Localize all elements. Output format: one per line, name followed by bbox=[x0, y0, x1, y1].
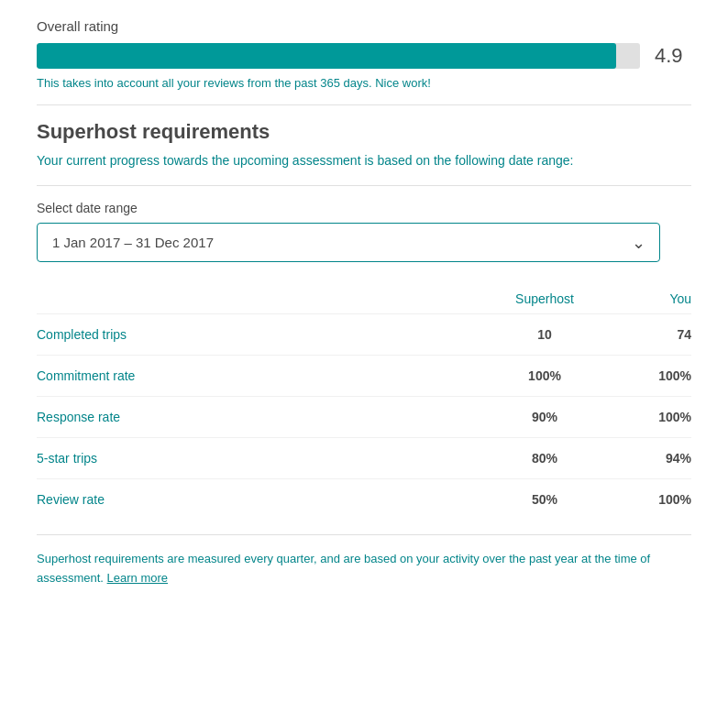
superhost-title: Superhost requirements bbox=[37, 120, 691, 144]
row-superhost-value: 80% bbox=[490, 438, 600, 479]
row-label: Commitment rate bbox=[37, 356, 490, 397]
rating-subtitle: This takes into account all your reviews… bbox=[37, 76, 691, 90]
overall-rating-title: Overall rating bbox=[37, 18, 691, 34]
row-label: Review rate bbox=[37, 479, 490, 521]
rating-bar-fill bbox=[37, 43, 616, 69]
divider-2 bbox=[37, 185, 691, 186]
divider-1 bbox=[37, 104, 691, 105]
row-superhost-value: 10 bbox=[490, 314, 600, 356]
row-label: 5-star trips bbox=[37, 438, 490, 479]
date-range-select-wrapper[interactable]: 1 Jan 2017 – 31 Dec 2017 ⌄ bbox=[37, 223, 660, 262]
table-row: 5-star trips80%94% bbox=[37, 438, 691, 479]
row-label: Completed trips bbox=[37, 314, 490, 356]
table-row: Completed trips1074 bbox=[37, 314, 691, 356]
row-you-value: 100% bbox=[600, 479, 691, 521]
table-row: Response rate90%100% bbox=[37, 397, 691, 438]
superhost-requirements-section: Superhost requirements Your current prog… bbox=[37, 120, 691, 588]
row-you-value: 100% bbox=[600, 397, 691, 438]
footer-note: Superhost requirements are measured ever… bbox=[37, 550, 691, 588]
requirements-table: Superhost You Completed trips1074Commitm… bbox=[37, 284, 691, 520]
rating-bar-container bbox=[37, 43, 640, 69]
row-label: Response rate bbox=[37, 397, 490, 438]
date-range-select[interactable]: 1 Jan 2017 – 31 Dec 2017 bbox=[37, 223, 660, 262]
col-header-empty bbox=[37, 284, 490, 314]
divider-3 bbox=[37, 534, 691, 535]
row-you-value: 74 bbox=[600, 314, 691, 356]
col-header-superhost: Superhost bbox=[490, 284, 600, 314]
row-you-value: 94% bbox=[600, 438, 691, 479]
row-you-value: 100% bbox=[600, 356, 691, 397]
row-superhost-value: 100% bbox=[490, 356, 600, 397]
row-superhost-value: 50% bbox=[490, 479, 600, 521]
table-row: Commitment rate100%100% bbox=[37, 356, 691, 397]
col-header-you: You bbox=[600, 284, 691, 314]
overall-rating-section: Overall rating 4.9 This takes into accou… bbox=[37, 18, 691, 90]
table-row: Review rate50%100% bbox=[37, 479, 691, 521]
date-range-label: Select date range bbox=[37, 201, 691, 215]
rating-bar-row: 4.9 bbox=[37, 43, 691, 69]
learn-more-link[interactable]: Learn more bbox=[107, 571, 168, 585]
rating-value: 4.9 bbox=[655, 44, 691, 68]
superhost-subtitle: Your current progress towards the upcomi… bbox=[37, 151, 691, 170]
row-superhost-value: 90% bbox=[490, 397, 600, 438]
